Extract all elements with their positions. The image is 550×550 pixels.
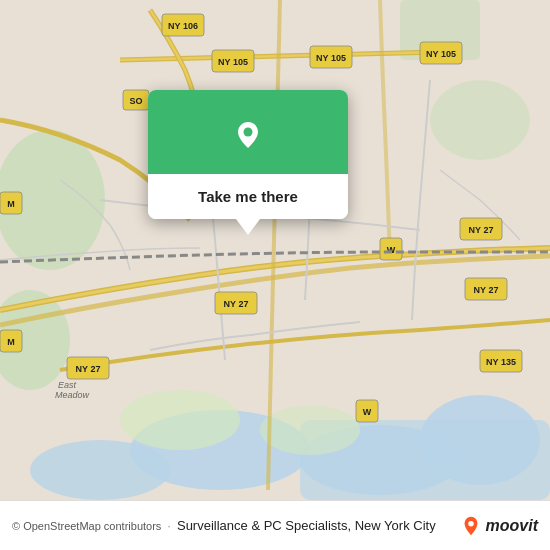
- svg-text:Meadow: Meadow: [55, 390, 90, 400]
- popup-header: [148, 90, 348, 174]
- svg-text:W: W: [363, 407, 372, 417]
- svg-text:NY 106: NY 106: [168, 21, 198, 31]
- svg-text:NY 27: NY 27: [76, 364, 101, 374]
- svg-text:NY 105: NY 105: [218, 57, 248, 67]
- take-me-there-button[interactable]: Take me there: [148, 174, 348, 219]
- svg-point-10: [120, 390, 240, 450]
- map-area: NY 27 NY 27 NY 27 NY 135 NY 105 NY 105 N…: [0, 0, 550, 500]
- svg-text:SO: SO: [129, 96, 142, 106]
- svg-text:M: M: [7, 199, 15, 209]
- bottom-bar: © OpenStreetMap contributors · Surveilla…: [0, 500, 550, 550]
- svg-point-46: [468, 520, 474, 526]
- svg-point-4: [30, 440, 170, 500]
- svg-text:NY 27: NY 27: [474, 285, 499, 295]
- location-pin-icon: [226, 112, 270, 156]
- svg-text:NY 27: NY 27: [224, 299, 249, 309]
- location-label: Surveillance & PC Specialists, New York …: [177, 518, 454, 533]
- svg-text:M: M: [7, 337, 15, 347]
- moovit-pin-icon: [460, 515, 482, 537]
- separator: ·: [167, 518, 171, 533]
- moovit-logo: moovit: [460, 515, 538, 537]
- svg-text:NY 105: NY 105: [316, 53, 346, 63]
- map-svg: NY 27 NY 27 NY 27 NY 135 NY 105 NY 105 N…: [0, 0, 550, 500]
- copyright-text: © OpenStreetMap contributors: [12, 520, 161, 532]
- popup-tail: [236, 219, 260, 235]
- svg-text:NY 27: NY 27: [469, 225, 494, 235]
- svg-point-9: [430, 80, 530, 160]
- svg-point-11: [260, 405, 360, 455]
- svg-point-45: [244, 128, 253, 137]
- svg-text:East: East: [58, 380, 77, 390]
- svg-text:NY 105: NY 105: [426, 49, 456, 59]
- svg-text:NY 135: NY 135: [486, 357, 516, 367]
- location-popup: Take me there: [148, 90, 348, 219]
- moovit-brand-text: moovit: [486, 517, 538, 535]
